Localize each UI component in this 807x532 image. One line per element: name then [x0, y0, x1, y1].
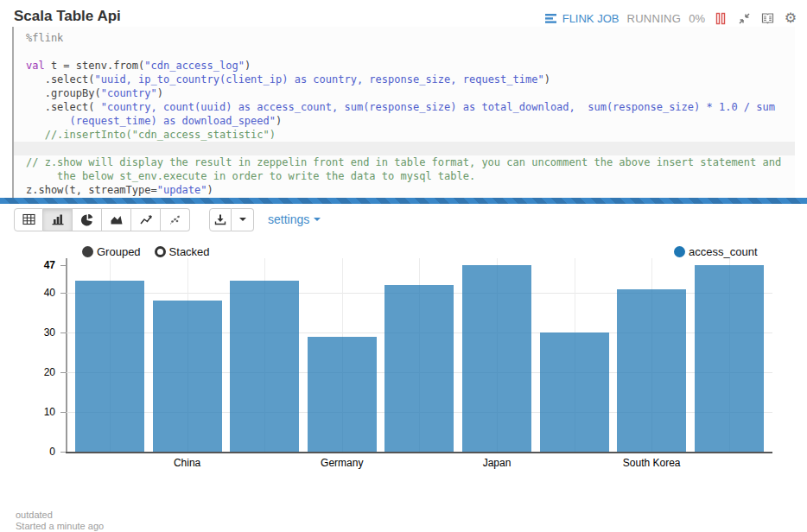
group-mode-legend: Grouped Stacked: [82, 245, 210, 258]
x-tick-label: South Korea: [617, 457, 686, 469]
chart-plot: ChinaGermanyJapanSouth Korea: [66, 258, 774, 452]
flink-job-link[interactable]: FLINK JOB: [543, 10, 620, 26]
download-buttons: [209, 208, 254, 231]
code-token: %flink: [26, 32, 63, 44]
series-dot-icon: [674, 246, 685, 257]
bar-access_count[interactable]: [695, 265, 764, 452]
code-token: "cdn_access_log": [144, 60, 245, 72]
settings-toggle[interactable]: settings: [268, 212, 321, 226]
code-editor[interactable]: %flink val t = stenv.from("cdn_access_lo…: [12, 27, 795, 198]
pie-chart-button[interactable]: [73, 208, 102, 231]
code-token: .groupBy(: [26, 87, 101, 99]
grouped-label: Grouped: [97, 245, 141, 258]
download-button[interactable]: [209, 208, 232, 231]
caret-down-icon: [239, 218, 246, 221]
code-line: [26, 45, 795, 59]
code-token: the below st_env.execute in order to wri…: [26, 170, 475, 182]
code-token: (request_time) as download_speed": [70, 115, 276, 127]
code-token: // z.show will display the result in zep…: [26, 156, 781, 168]
code-line: // z.show will display the result in zep…: [26, 155, 795, 169]
bar-access_count[interactable]: [617, 289, 686, 452]
paragraph-started: Started a minute ago: [16, 521, 104, 531]
code-token: "uuid, ip_to_country(client_ip) as count…: [94, 73, 543, 86]
code-line: (request_time) as download_speed"): [26, 114, 795, 128]
paragraph-status: outdated: [16, 510, 53, 520]
code-line: %flink: [26, 31, 795, 45]
flink-job-label: FLINK JOB: [562, 12, 620, 25]
code-token: z.show(t, streamType=: [26, 184, 157, 196]
code-token: "country": [101, 87, 157, 99]
code-token: //.insertInto("cdn_access_statistic"): [26, 129, 276, 141]
stacked-radio-icon: [155, 246, 166, 257]
bar-access_count[interactable]: [308, 337, 377, 452]
download-dropdown-button[interactable]: [232, 208, 254, 231]
x-axis-line: [66, 452, 772, 453]
code-token: t = stenv.from(: [45, 60, 145, 72]
code-line: the below st_env.execute in order to wri…: [26, 169, 795, 183]
code-token: ): [207, 184, 213, 196]
line-chart-button[interactable]: [131, 208, 161, 231]
settings-label: settings: [268, 212, 309, 226]
code-token: "country, count(uuid) as access_count, s…: [101, 101, 775, 113]
bar-access_count[interactable]: [75, 281, 144, 452]
gear-icon[interactable]: ⚙: [783, 10, 798, 26]
scatter-chart-button[interactable]: [161, 208, 190, 231]
flink-job-icon: [543, 10, 559, 26]
code-line: .select("uuid, ip_to_country(client_ip) …: [26, 73, 795, 86]
bar-access_count[interactable]: [153, 301, 222, 452]
grouped-option[interactable]: Grouped: [82, 245, 141, 258]
y-tick-label: 20: [12, 366, 55, 378]
zeppelin-paragraph: Scala Table Api FLINK JOB RUNNING 0%: [0, 0, 807, 532]
y-tick-label: 0: [12, 446, 55, 458]
status-text: RUNNING: [626, 12, 681, 25]
table-view-button[interactable]: [14, 208, 43, 231]
code-line: //.insertInto("cdn_access_statistic"): [26, 128, 795, 142]
y-tick-label: 47: [12, 259, 55, 271]
code-line: z.show(t, streamType="update"): [26, 183, 795, 197]
y-tick-label: 30: [12, 326, 55, 339]
x-tick-label: Germany: [308, 457, 377, 469]
code-line: .groupBy("country"): [26, 86, 795, 100]
code-line: [14, 142, 795, 155]
series-label: access_count: [689, 245, 758, 258]
clone-note-icon[interactable]: [759, 10, 775, 26]
code-token: ): [544, 73, 550, 86]
stacked-label: Stacked: [169, 245, 210, 258]
bar-access_count[interactable]: [540, 332, 609, 452]
paragraph-progress-bar: [0, 198, 807, 204]
collapse-icon[interactable]: [736, 10, 752, 26]
code-line: val t = stenv.from("cdn_access_log"): [26, 59, 795, 73]
bar-chart-button[interactable]: [43, 208, 73, 231]
y-axis: 01020304047: [0, 258, 66, 453]
code-token: .select(: [26, 73, 94, 86]
area-chart-button[interactable]: [102, 208, 131, 231]
grouped-radio-icon: [82, 246, 93, 257]
code-token: ): [157, 87, 163, 99]
progress-percent: 0%: [689, 12, 705, 25]
code-line: .select( "country, count(uuid) as access…: [26, 100, 795, 114]
bar-access_count[interactable]: [230, 281, 299, 452]
code-token: .select(: [26, 101, 101, 113]
paragraph-controls: FLINK JOB RUNNING 0% ⚙: [543, 10, 798, 26]
code-token: ): [276, 115, 282, 127]
series-legend[interactable]: access_count: [674, 245, 758, 258]
paragraph-title: Scala Table Api: [14, 8, 121, 25]
result-toolbar: settings: [14, 207, 321, 231]
code-token: [26, 115, 70, 127]
caret-down-icon: [314, 218, 321, 221]
code-token: "update": [157, 184, 207, 196]
bar-access_count[interactable]: [384, 285, 454, 452]
pause-icon[interactable]: [713, 10, 728, 26]
stacked-option[interactable]: Stacked: [155, 245, 210, 258]
bar-access_count[interactable]: [462, 265, 531, 452]
chart-type-buttons: [14, 208, 190, 231]
y-tick-label: 10: [12, 406, 55, 418]
x-tick-label: Japan: [462, 457, 531, 469]
x-tick-label: China: [153, 457, 222, 469]
y-tick-label: 40: [12, 287, 55, 299]
code-token: ): [245, 60, 251, 72]
code-token: val: [26, 60, 45, 72]
